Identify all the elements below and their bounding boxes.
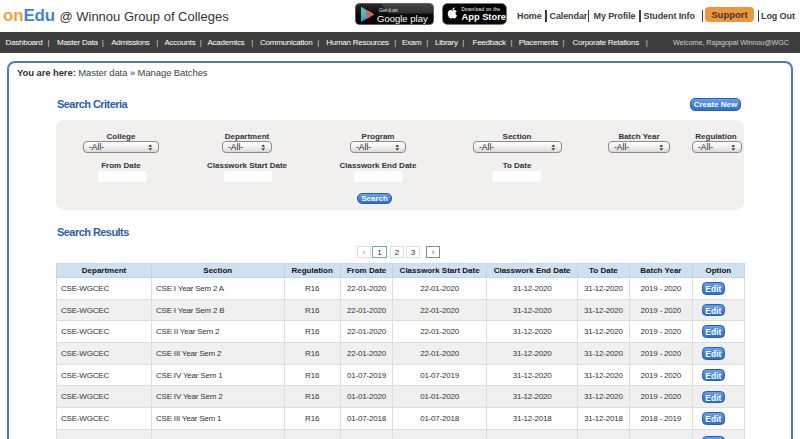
svg-text:App Store: App Store: [462, 12, 506, 22]
svg-text:Google play: Google play: [377, 13, 428, 24]
